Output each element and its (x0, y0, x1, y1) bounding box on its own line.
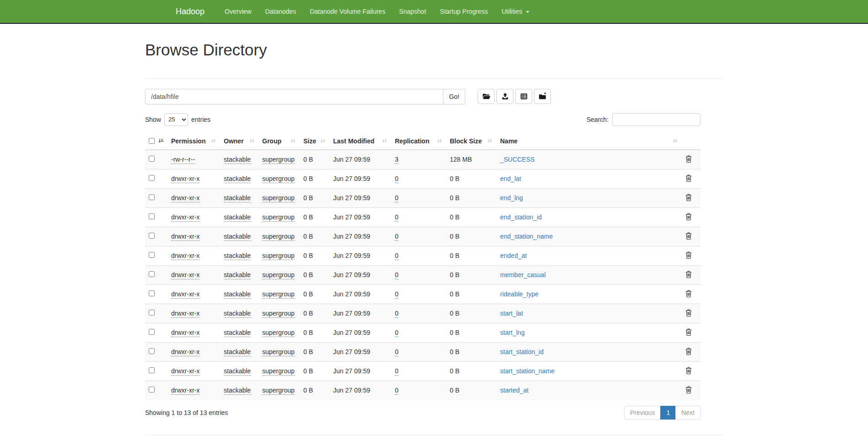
owner-value[interactable]: stackable (224, 156, 251, 164)
row-checkbox[interactable] (149, 348, 155, 354)
select-all-header[interactable] (145, 133, 167, 150)
replication-value[interactable]: 0 (395, 387, 399, 395)
file-name-link[interactable]: end_station_name (500, 233, 553, 240)
owner-value[interactable]: stackable (224, 175, 251, 183)
row-checkbox[interactable] (149, 367, 155, 373)
row-checkbox[interactable] (149, 329, 155, 335)
row-checkbox[interactable] (149, 156, 155, 162)
nav-link-utilities[interactable]: Utilities (495, 0, 536, 23)
permission-value[interactable]: drwxr-xr-x (171, 194, 199, 202)
permission-value[interactable]: -rw-r--r-- (171, 156, 195, 164)
nav-link-startup-progress[interactable]: Startup Progress (433, 0, 495, 23)
nav-link-datanode-volume-failures[interactable]: Datanode Volume Failures (303, 0, 392, 23)
file-name-link[interactable]: rideable_type (500, 290, 539, 298)
replication-value[interactable]: 0 (395, 329, 399, 337)
page-size-select[interactable]: 25 (164, 113, 188, 126)
replication-value[interactable]: 0 (395, 175, 399, 183)
group-value[interactable]: supergroup (262, 290, 295, 299)
move-folder-button[interactable] (534, 89, 551, 104)
owner-value[interactable]: stackable (224, 252, 251, 260)
file-name-link[interactable]: end_lng (500, 194, 523, 202)
group-value[interactable]: supergroup (262, 367, 295, 376)
file-name-link[interactable]: start_station_name (500, 367, 555, 375)
permission-value[interactable]: drwxr-xr-x (171, 348, 199, 356)
permission-value[interactable]: drwxr-xr-x (171, 271, 199, 279)
owner-value[interactable]: stackable (224, 367, 251, 376)
owner-value[interactable]: stackable (224, 233, 251, 241)
delete-button[interactable] (685, 194, 692, 201)
nav-link-overview[interactable]: Overview (218, 0, 258, 23)
delete-button[interactable] (685, 232, 692, 240)
replication-value[interactable]: 0 (395, 213, 399, 222)
page-1-link[interactable]: 1 (660, 406, 676, 420)
replication-value[interactable]: 0 (395, 348, 399, 356)
group-value[interactable]: supergroup (262, 348, 295, 356)
owner-value[interactable]: stackable (224, 271, 251, 279)
group-value[interactable]: supergroup (262, 387, 295, 395)
column-header-permission[interactable]: Permission (167, 133, 220, 150)
file-name-link[interactable]: start_station_id (500, 348, 544, 355)
permission-value[interactable]: drwxr-xr-x (171, 252, 199, 260)
delete-button[interactable] (685, 367, 692, 374)
permission-value[interactable]: drwxr-xr-x (171, 329, 199, 337)
owner-value[interactable]: stackable (224, 194, 251, 202)
permission-value[interactable]: drwxr-xr-x (171, 290, 199, 299)
delete-button[interactable] (685, 290, 692, 297)
column-header-replication[interactable]: Replication (391, 133, 446, 150)
permission-value[interactable]: drwxr-xr-x (171, 175, 199, 183)
column-header-last-modified[interactable]: Last Modified (329, 133, 391, 150)
directory-path-input[interactable] (145, 89, 443, 104)
group-value[interactable]: supergroup (262, 213, 295, 222)
row-checkbox[interactable] (149, 194, 155, 200)
go-button[interactable]: Go! (443, 89, 465, 104)
permission-value[interactable]: drwxr-xr-x (171, 387, 199, 395)
group-value[interactable]: supergroup (262, 329, 295, 337)
delete-button[interactable] (685, 328, 692, 336)
column-header-owner[interactable]: Owner (220, 133, 259, 150)
delete-button[interactable] (685, 213, 692, 220)
file-name-link[interactable]: start_lng (500, 329, 525, 336)
owner-value[interactable]: stackable (224, 310, 251, 318)
owner-value[interactable]: stackable (224, 290, 251, 299)
row-checkbox[interactable] (149, 271, 155, 277)
replication-value[interactable]: 0 (395, 290, 399, 299)
nav-link-snapshot[interactable]: Snapshot (392, 0, 433, 23)
group-value[interactable]: supergroup (262, 271, 295, 279)
group-value[interactable]: supergroup (262, 233, 295, 241)
row-checkbox[interactable] (149, 310, 155, 316)
permission-value[interactable]: drwxr-xr-x (171, 213, 199, 222)
owner-value[interactable]: stackable (224, 348, 251, 356)
file-name-link[interactable]: start_lat (500, 310, 523, 317)
replication-value[interactable]: 0 (395, 367, 399, 376)
group-value[interactable]: supergroup (262, 252, 295, 260)
delete-button[interactable] (685, 386, 692, 393)
file-name-link[interactable]: _SUCCESS (500, 156, 534, 163)
replication-value[interactable]: 0 (395, 252, 399, 260)
row-checkbox[interactable] (149, 233, 155, 239)
column-header-group[interactable]: Group (259, 133, 300, 150)
column-header-name[interactable]: Name (496, 133, 682, 150)
previous-page-link[interactable]: Previous (624, 406, 661, 420)
select-all-checkbox[interactable] (149, 138, 155, 144)
delete-button[interactable] (685, 175, 692, 182)
row-checkbox[interactable] (149, 213, 155, 219)
nav-link-datanodes[interactable]: Datanodes (258, 0, 303, 23)
permission-value[interactable]: drwxr-xr-x (171, 233, 199, 241)
delete-button[interactable] (685, 251, 692, 259)
file-name-link[interactable]: ended_at (500, 252, 527, 259)
owner-value[interactable]: stackable (224, 213, 251, 222)
search-input[interactable] (612, 113, 701, 126)
next-page-link[interactable]: Next (675, 406, 701, 420)
replication-value[interactable]: 0 (395, 233, 399, 241)
list-view-button[interactable] (515, 89, 532, 104)
create-directory-button[interactable] (478, 89, 495, 104)
file-name-link[interactable]: started_at (500, 387, 528, 394)
file-name-link[interactable]: end_lat (500, 175, 521, 182)
upload-file-button[interactable] (496, 89, 513, 104)
row-checkbox[interactable] (149, 387, 155, 393)
delete-button[interactable] (685, 309, 692, 316)
permission-value[interactable]: drwxr-xr-x (171, 367, 199, 376)
permission-value[interactable]: drwxr-xr-x (171, 310, 199, 318)
column-header-block-size[interactable]: Block Size (446, 133, 496, 150)
replication-value[interactable]: 0 (395, 271, 399, 279)
